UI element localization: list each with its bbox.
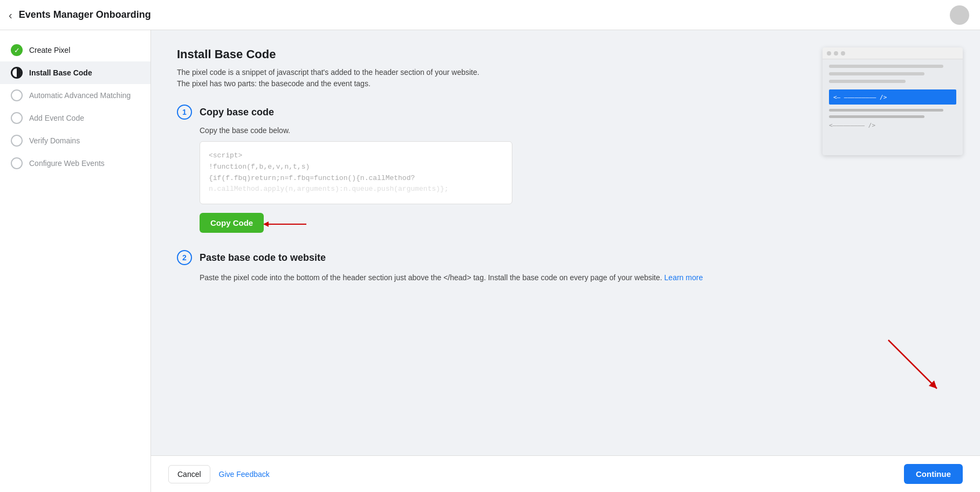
browser-dot-2 bbox=[834, 51, 838, 56]
sidebar-item-label-verify: Verify Domains bbox=[29, 136, 80, 145]
sidebar-item-label: Create Pixel bbox=[29, 46, 70, 54]
footer-bar: Cancel Give Feedback Continue bbox=[151, 455, 980, 492]
browser-dot-1 bbox=[827, 51, 831, 56]
footer-left: Cancel Give Feedback bbox=[168, 465, 270, 483]
svg-marker-3 bbox=[929, 380, 937, 389]
step2-section: 2 Paste base code to website Paste the p… bbox=[177, 250, 954, 283]
continue-button[interactable]: Continue bbox=[904, 464, 963, 484]
step-icon-complete: ✓ bbox=[11, 44, 23, 56]
sidebar-item-verify-domains[interactable]: Verify Domains bbox=[0, 129, 150, 152]
header-title: Events Manager Onboarding bbox=[19, 9, 151, 20]
sidebar-item-label-event: Add Event Code bbox=[29, 114, 84, 122]
browser-line-2 bbox=[829, 72, 924, 75]
main-layout: ✓ Create Pixel Install Base Code Automat… bbox=[0, 30, 980, 492]
svg-line-2 bbox=[888, 340, 937, 389]
preview-illustration: <— ————————— /> <————————— /> bbox=[823, 47, 963, 161]
code-block: <script> !function(f,b,e,v,n,t,s) {if(f.… bbox=[200, 141, 512, 204]
browser-line-4 bbox=[829, 109, 943, 112]
back-button[interactable]: ‹ bbox=[9, 10, 12, 20]
copy-button-wrapper: Copy Code bbox=[200, 213, 264, 233]
page-desc-line2: The pixel has two parts: the basecode an… bbox=[177, 79, 371, 88]
step2-title: Paste base code to website bbox=[200, 252, 326, 264]
give-feedback-button[interactable]: Give Feedback bbox=[219, 470, 270, 479]
sidebar-item-label-configure: Configure Web Events bbox=[29, 159, 105, 168]
sidebar-item-add-event-code[interactable]: Add Event Code bbox=[0, 107, 150, 129]
step-icon-active bbox=[11, 67, 23, 79]
sidebar-item-automatic-advanced-matching[interactable]: Automatic Advanced Matching bbox=[0, 84, 150, 107]
browser-toolbar bbox=[823, 47, 963, 59]
sidebar-item-label-inactive: Automatic Advanced Matching bbox=[29, 91, 131, 100]
code-line-2: <script> bbox=[209, 150, 503, 162]
header: ‹ Events Manager Onboarding bbox=[0, 0, 980, 30]
step2-badge: 2 bbox=[177, 250, 192, 265]
copy-code-button[interactable]: Copy Code bbox=[200, 213, 264, 233]
step-icon-inactive bbox=[11, 89, 23, 101]
browser-dot-3 bbox=[841, 51, 845, 56]
step-icon-inactive-2 bbox=[11, 112, 23, 124]
sidebar-item-install-base-code[interactable]: Install Base Code bbox=[0, 61, 150, 84]
step-icon-inactive-4 bbox=[11, 157, 23, 169]
learn-more-link[interactable]: Learn more bbox=[664, 273, 703, 282]
browser-code-tag: <————————— /> bbox=[829, 122, 956, 129]
step-icon-inactive-3 bbox=[11, 135, 23, 147]
browser-code-area: <— ————————— /> bbox=[829, 89, 956, 105]
step2-heading: 2 Paste base code to website bbox=[177, 250, 954, 265]
step2-body-text: Paste the pixel code into the bottom of … bbox=[200, 273, 662, 282]
sidebar: ✓ Create Pixel Install Base Code Automat… bbox=[0, 30, 151, 492]
browser-line-1 bbox=[829, 65, 943, 68]
continue-arrow-indicator bbox=[883, 335, 948, 399]
copy-arrow-indicator bbox=[263, 218, 312, 230]
content-inner: Install Base Code The pixel code is a sn… bbox=[151, 30, 980, 455]
browser-body: <— ————————— /> <————————— /> bbox=[823, 59, 963, 134]
step2-body: Paste the pixel code into the bottom of … bbox=[200, 272, 954, 283]
continue-arrow-wrapper bbox=[883, 335, 948, 401]
avatar bbox=[950, 5, 969, 25]
page-desc-line1: The pixel code is a snippet of javascrip… bbox=[177, 68, 479, 77]
content-area: Install Base Code The pixel code is a sn… bbox=[151, 30, 980, 492]
sidebar-item-configure-web-events[interactable]: Configure Web Events bbox=[0, 152, 150, 175]
step1-badge: 1 bbox=[177, 105, 192, 120]
code-line-4: {if(f.fbq)return;n=f.fbq=function(){n.ca… bbox=[209, 173, 503, 184]
browser-mockup: <— ————————— /> <————————— /> bbox=[823, 47, 963, 155]
svg-marker-1 bbox=[263, 221, 269, 227]
browser-line-3 bbox=[829, 80, 906, 83]
sidebar-item-label-active: Install Base Code bbox=[29, 68, 92, 77]
step1-title: Copy base code bbox=[200, 107, 274, 118]
code-line-3: !function(f,b,e,v,n,t,s) bbox=[209, 162, 503, 173]
code-line-5: n.callMethod.apply(n,arguments):n.queue.… bbox=[209, 184, 503, 195]
cancel-button[interactable]: Cancel bbox=[168, 465, 210, 483]
sidebar-item-create-pixel[interactable]: ✓ Create Pixel bbox=[0, 39, 150, 61]
browser-line-5 bbox=[829, 115, 924, 118]
